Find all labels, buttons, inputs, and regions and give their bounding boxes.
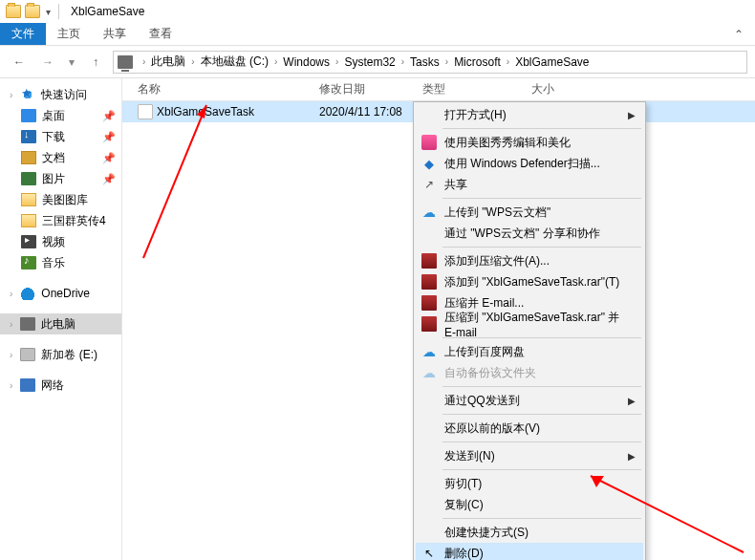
ctx-label: 复制(C)	[444, 497, 484, 513]
col-name[interactable]: 名称	[132, 81, 313, 97]
pc-icon	[118, 55, 133, 69]
folder-icon	[21, 193, 36, 206]
pc-icon	[20, 317, 35, 331]
chevron-right-icon: ▶	[628, 110, 636, 120]
rar-icon	[421, 295, 437, 311]
ribbon-collapse-icon[interactable]: ⌃	[723, 23, 755, 45]
separator	[442, 386, 641, 387]
rar-icon	[421, 253, 437, 269]
network-icon	[20, 378, 35, 392]
file-icon	[138, 104, 153, 119]
chevron-right-icon: ▶	[628, 451, 636, 462]
ctx-delete[interactable]: 删除(D)	[416, 543, 643, 560]
crumb[interactable]: XblGameSave	[515, 55, 589, 69]
ctx-copy[interactable]: 复制(C)	[416, 494, 643, 515]
sidebar-item-pictures[interactable]: 图片📌	[0, 168, 121, 189]
sidebar-this-pc[interactable]: 此电脑	[0, 313, 121, 334]
document-icon	[21, 151, 36, 164]
sidebar-label: 文档	[42, 150, 65, 166]
sidebar-item-videos[interactable]: 视频	[0, 231, 121, 252]
sidebar-item-desktop[interactable]: 桌面📌	[0, 105, 121, 126]
crumb[interactable]: Windows	[283, 55, 330, 69]
sidebar-label: 此电脑	[41, 316, 76, 333]
ctx-baidu-upload[interactable]: 上传到百度网盘	[416, 341, 643, 362]
meitu-icon	[421, 135, 437, 150]
ctx-restore[interactable]: 还原以前的版本(V)	[416, 418, 643, 439]
ctx-meitu-edit[interactable]: 使用美图秀秀编辑和美化	[416, 132, 643, 153]
sidebar-network[interactable]: 网络	[0, 375, 121, 396]
rar-icon	[421, 316, 437, 332]
cloud-icon	[421, 365, 437, 380]
ctx-auto-backup: 自动备份该文件夹	[416, 362, 643, 383]
sidebar-label: 音乐	[42, 255, 65, 271]
folder-icon	[25, 5, 40, 18]
crumb[interactable]: 本地磁盘 (C:)	[201, 54, 269, 70]
sidebar-item-music[interactable]: 音乐	[0, 252, 121, 273]
separator	[442, 128, 641, 129]
ctx-label: 添加到 "XblGameSaveTask.rar"(T)	[444, 274, 619, 291]
col-size[interactable]: 大小	[499, 81, 560, 97]
ctx-label: 使用 Windows Defender扫描...	[444, 156, 600, 172]
ctx-label: 还原以前的版本(V)	[444, 420, 540, 437]
ctx-label: 通过QQ发送到	[444, 393, 520, 409]
ctx-send-to[interactable]: 发送到(N)▶	[416, 445, 643, 466]
ctx-rar-email-to[interactable]: 压缩到 "XblGameSaveTask.rar" 并 E-mail	[416, 313, 643, 334]
address-bar[interactable]: › 此电脑› 本地磁盘 (C:)› Windows› System32› Tas…	[113, 51, 747, 74]
pin-icon: 📌	[102, 110, 116, 122]
ctx-label: 上传到 "WPS云文档"	[444, 205, 550, 221]
sidebar-label: 下载	[42, 129, 65, 145]
tab-file[interactable]: 文件	[0, 23, 46, 45]
sidebar-label: 三国群英传4	[42, 213, 106, 229]
ctx-label: 创建快捷方式(S)	[444, 525, 528, 541]
tab-share[interactable]: 共享	[92, 23, 138, 45]
separator	[58, 4, 59, 19]
tab-view[interactable]: 查看	[138, 23, 183, 45]
ctx-share[interactable]: 共享	[416, 174, 643, 195]
pin-icon: 📌	[102, 173, 116, 185]
ctx-label: 打开方式(H)	[444, 107, 507, 123]
cloud-icon	[421, 344, 437, 359]
separator	[442, 414, 641, 415]
ctx-cut[interactable]: 剪切(T)	[416, 473, 643, 494]
ctx-rar-add[interactable]: 添加到压缩文件(A)...	[416, 250, 643, 271]
separator	[442, 518, 641, 519]
crumb[interactable]: Microsoft	[454, 55, 501, 69]
share-icon	[421, 177, 437, 192]
cursor-icon	[421, 546, 437, 560]
ctx-rar-addto[interactable]: 添加到 "XblGameSaveTask.rar"(T)	[416, 271, 643, 292]
col-date[interactable]: 修改日期	[313, 81, 417, 97]
qat-chevron-icon[interactable]: ▾	[46, 7, 51, 17]
ctx-label: 共享	[444, 177, 467, 193]
pin-icon: 📌	[102, 152, 116, 164]
crumb[interactable]: Tasks	[410, 55, 440, 69]
crumb-sep[interactable]: ›	[139, 56, 149, 67]
file-date: 2020/4/11 17:08	[313, 105, 417, 118]
pin-icon: 📌	[102, 131, 116, 143]
col-type[interactable]: 类型	[417, 81, 499, 97]
sidebar-item-sanguo[interactable]: 三国群英传4	[0, 210, 121, 231]
sidebar-onedrive[interactable]: OneDrive	[0, 283, 121, 304]
up-button[interactable]: ↑	[84, 51, 107, 74]
recent-chevron-icon[interactable]: ▾	[65, 51, 78, 74]
ctx-qq-send[interactable]: 通过QQ发送到▶	[416, 390, 643, 411]
ctx-defender-scan[interactable]: 使用 Windows Defender扫描...	[416, 153, 643, 174]
titlebar: ▾ XblGameSave	[0, 0, 755, 23]
sidebar-item-downloads[interactable]: 下载📌	[0, 126, 121, 147]
download-icon	[21, 130, 36, 143]
crumb[interactable]: System32	[344, 55, 395, 69]
sidebar-item-documents[interactable]: 文档📌	[0, 147, 121, 168]
sidebar-label: 快速访问	[41, 87, 87, 103]
forward-button[interactable]: →	[36, 51, 59, 74]
sidebar-drive-e[interactable]: 新加卷 (E:)	[0, 344, 121, 365]
ctx-open-with[interactable]: 打开方式(H)▶	[416, 104, 643, 125]
ctx-wps-upload[interactable]: 上传到 "WPS云文档"	[416, 202, 643, 223]
tab-home[interactable]: 主页	[46, 23, 92, 45]
ribbon-tabs: 文件 主页 共享 查看 ⌃	[0, 23, 755, 46]
sidebar-quick-access[interactable]: 快速访问	[0, 84, 121, 105]
sidebar-item-meitu[interactable]: 美图图库	[0, 189, 121, 210]
cloud-icon	[20, 287, 35, 300]
ctx-shortcut[interactable]: 创建快捷方式(S)	[416, 522, 643, 543]
crumb[interactable]: 此电脑	[151, 54, 185, 70]
ctx-wps-share[interactable]: 通过 "WPS云文档" 分享和协作	[416, 223, 643, 244]
back-button[interactable]: ←	[8, 51, 31, 74]
